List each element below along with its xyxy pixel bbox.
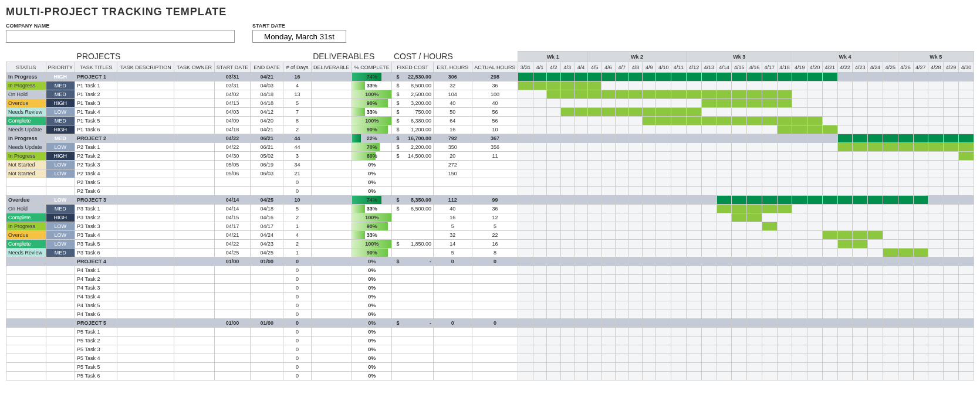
cell[interactable]: LOW	[46, 169, 75, 178]
gantt-cell[interactable]	[822, 231, 837, 240]
gantt-cell[interactable]	[868, 222, 883, 231]
gantt-cell[interactable]	[913, 187, 928, 196]
gantt-cell[interactable]	[868, 266, 883, 275]
gantt-cell[interactable]	[656, 134, 671, 143]
cell[interactable]: On Hold	[6, 205, 46, 213]
gantt-cell[interactable]	[533, 231, 546, 240]
gantt-cell[interactable]	[853, 240, 868, 249]
gantt-cell[interactable]	[913, 161, 928, 169]
gantt-cell[interactable]	[762, 196, 777, 205]
cell[interactable]	[174, 99, 214, 108]
gantt-cell[interactable]	[747, 152, 762, 161]
gantt-cell[interactable]	[807, 108, 823, 117]
gantt-cell[interactable]	[701, 319, 717, 328]
percent-cell[interactable]: 0%	[352, 363, 392, 372]
gantt-cell[interactable]	[928, 73, 944, 81]
gantt-cell[interactable]	[747, 266, 762, 275]
gantt-cell[interactable]	[687, 152, 702, 161]
cell[interactable]	[311, 249, 352, 257]
gantt-cell[interactable]	[533, 108, 546, 117]
gantt-cell[interactable]	[807, 293, 823, 301]
gantt-cell[interactable]	[628, 134, 642, 143]
cell[interactable]: 16	[434, 213, 472, 222]
gantt-cell[interactable]	[547, 275, 560, 284]
gantt-cell[interactable]	[807, 178, 823, 187]
gantt-cell[interactable]	[701, 161, 717, 169]
gantt-cell[interactable]	[837, 187, 853, 196]
gantt-cell[interactable]	[560, 178, 574, 187]
cell[interactable]	[392, 169, 434, 178]
gantt-cell[interactable]	[671, 231, 687, 240]
cell[interactable]: 40	[472, 99, 518, 108]
gantt-cell[interactable]	[701, 363, 717, 372]
gantt-cell[interactable]	[601, 372, 615, 380]
gantt-cell[interactable]	[687, 205, 702, 213]
gantt-cell[interactable]	[560, 108, 574, 117]
gantt-cell[interactable]	[643, 328, 656, 337]
gantt-cell[interactable]	[687, 363, 702, 372]
cell[interactable]	[311, 293, 352, 301]
gantt-cell[interactable]	[944, 117, 959, 125]
gantt-cell[interactable]	[717, 284, 732, 293]
gantt-cell[interactable]	[547, 328, 560, 337]
gantt-cell[interactable]	[671, 345, 687, 354]
gantt-cell[interactable]	[732, 337, 747, 345]
gantt-cell[interactable]	[853, 337, 868, 345]
gantt-cell[interactable]	[958, 328, 974, 337]
gantt-cell[interactable]	[518, 345, 533, 354]
gantt-cell[interactable]	[792, 178, 807, 187]
gantt-cell[interactable]	[628, 257, 642, 266]
gantt-cell[interactable]	[643, 187, 656, 196]
gantt-cell[interactable]	[868, 73, 883, 81]
gantt-cell[interactable]	[588, 249, 601, 257]
gantt-cell[interactable]	[643, 266, 656, 275]
cell[interactable]: 04/22	[214, 240, 250, 249]
gantt-cell[interactable]	[762, 169, 777, 178]
cell[interactable]: PROJECT 5	[75, 319, 117, 328]
cell[interactable]: In Progress	[6, 81, 46, 90]
gantt-cell[interactable]	[913, 231, 928, 240]
gantt-cell[interactable]	[518, 178, 533, 187]
gantt-cell[interactable]	[777, 337, 792, 345]
gantt-cell[interactable]	[687, 73, 702, 81]
gantt-cell[interactable]	[533, 90, 546, 99]
gantt-cell[interactable]	[762, 319, 777, 328]
gantt-cell[interactable]	[628, 310, 642, 319]
cell[interactable]	[472, 178, 518, 187]
gantt-cell[interactable]	[944, 284, 959, 293]
percent-cell[interactable]: 0%	[352, 266, 392, 275]
gantt-cell[interactable]	[701, 90, 717, 99]
gantt-cell[interactable]	[588, 319, 601, 328]
cell[interactable]	[117, 213, 174, 222]
cell[interactable]: 04/12	[251, 108, 283, 117]
gantt-cell[interactable]	[928, 187, 944, 196]
gantt-cell[interactable]	[777, 275, 792, 284]
gantt-cell[interactable]	[601, 143, 615, 152]
gantt-cell[interactable]	[853, 284, 868, 293]
gantt-cell[interactable]	[732, 169, 747, 178]
gantt-cell[interactable]	[615, 345, 628, 354]
gantt-cell[interactable]	[958, 161, 974, 169]
cell[interactable]: 34	[283, 161, 312, 169]
gantt-cell[interactable]	[958, 293, 974, 301]
gantt-cell[interactable]	[643, 125, 656, 134]
gantt-cell[interactable]	[732, 372, 747, 380]
gantt-cell[interactable]	[883, 152, 898, 161]
gantt-cell[interactable]	[732, 363, 747, 372]
gantt-cell[interactable]	[687, 284, 702, 293]
gantt-cell[interactable]	[560, 231, 574, 240]
gantt-cell[interactable]	[777, 240, 792, 249]
gantt-cell[interactable]	[944, 143, 959, 152]
gantt-cell[interactable]	[615, 310, 628, 319]
gantt-cell[interactable]	[533, 187, 546, 196]
gantt-cell[interactable]	[615, 231, 628, 240]
gantt-cell[interactable]	[533, 205, 546, 213]
cell[interactable]: 5	[283, 205, 312, 213]
gantt-cell[interactable]	[574, 143, 587, 152]
gantt-cell[interactable]	[928, 310, 944, 319]
gantt-cell[interactable]	[898, 275, 913, 284]
cell[interactable]: 0	[283, 328, 312, 337]
gantt-cell[interactable]	[656, 249, 671, 257]
gantt-cell[interactable]	[588, 213, 601, 222]
cell[interactable]	[117, 125, 174, 134]
